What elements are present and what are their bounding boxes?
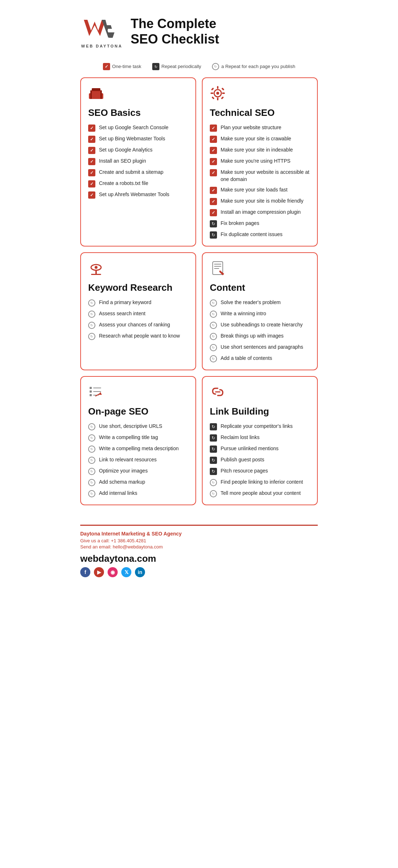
repeat-icon: ↻ bbox=[210, 446, 217, 453]
checklist-item: ↻ Use short, descriptive URLS bbox=[88, 423, 188, 430]
checklist-item: ✓ Make sure your site loads fast bbox=[210, 186, 310, 194]
footer-call: Give us a call: +1 386.405.4281 bbox=[80, 538, 318, 543]
card-title: Link Building bbox=[210, 406, 310, 417]
card-title: Technical SEO bbox=[210, 107, 310, 118]
legend-page-icon: ↻ bbox=[212, 63, 219, 70]
social-instagram-icon[interactable]: ◉ bbox=[108, 567, 118, 577]
footer-email: Send an email: hello@webdaytona.com bbox=[80, 544, 318, 550]
cards-grid: SEO Basics ✓ Set up Google Search Consol… bbox=[80, 77, 318, 505]
svg-rect-17 bbox=[221, 96, 224, 99]
checklist-item: ↻ Write a winning intro bbox=[210, 310, 310, 318]
repeat-icon: ↻ bbox=[210, 423, 217, 430]
checklist-item: ↻ Pursue unlinked mentions bbox=[210, 445, 310, 453]
card-on-page-seo: On-page SEO ↻ Use short, descriptive URL… bbox=[80, 376, 196, 505]
legend-repeat-icon: ↻ bbox=[152, 63, 159, 70]
svg-rect-13 bbox=[222, 92, 225, 94]
checklist-item: ✓ Make sure you're using HTTPS bbox=[210, 158, 310, 165]
svg-marker-0 bbox=[84, 20, 105, 36]
page-icon: ↻ bbox=[88, 434, 95, 442]
page-icon: ↻ bbox=[210, 490, 217, 497]
page-icon: ↻ bbox=[88, 479, 95, 486]
repeat-icon: ↻ bbox=[210, 231, 217, 239]
checklist-item: ↻ Add a table of contents bbox=[210, 355, 310, 362]
page-icon: ↻ bbox=[88, 333, 95, 340]
checklist: ↻ Find a primary keyword ↻ Assess search… bbox=[88, 299, 188, 340]
page-icon: ↻ bbox=[210, 355, 217, 362]
check-icon: ✓ bbox=[210, 125, 217, 132]
checklist: ✓ Set up Google Search Console ✓ Set up … bbox=[88, 124, 188, 199]
checklist-item: ↻ Research what people want to know bbox=[88, 333, 188, 340]
page-icon: ↻ bbox=[88, 457, 95, 464]
checklist-item: ↻ Add schema markup bbox=[88, 479, 188, 486]
social-icons: f▶◉𝕏in bbox=[80, 567, 318, 577]
checklist-item: ✓ Make sure your website is accessible a… bbox=[210, 169, 310, 183]
divider bbox=[80, 525, 318, 526]
check-icon: ✓ bbox=[88, 191, 95, 199]
svg-rect-6 bbox=[90, 90, 92, 99]
card-title: SEO Basics bbox=[88, 107, 188, 118]
card-icon-content bbox=[210, 260, 310, 279]
footer-agency: Daytona Internet Marketing & SEO Agency bbox=[80, 531, 318, 537]
svg-rect-23 bbox=[214, 264, 221, 265]
social-facebook-icon[interactable]: f bbox=[80, 567, 90, 577]
page-icon: ↻ bbox=[210, 344, 217, 351]
page-icon: ↻ bbox=[88, 468, 95, 475]
card-content: Content ↻ Solve the reader's problem ↻ W… bbox=[202, 252, 318, 370]
legend-check-icon: ✓ bbox=[103, 63, 110, 70]
svg-rect-11 bbox=[217, 98, 218, 100]
check-icon: ✓ bbox=[210, 158, 217, 165]
page-icon: ↻ bbox=[210, 333, 217, 340]
page-icon: ↻ bbox=[88, 423, 95, 430]
svg-rect-12 bbox=[211, 92, 213, 94]
social-youtube-icon[interactable]: ▶ bbox=[94, 567, 104, 577]
checklist-item: ↻ Optimize your images bbox=[88, 467, 188, 475]
svg-rect-14 bbox=[211, 87, 214, 90]
svg-point-19 bbox=[95, 266, 98, 269]
page-icon: ↻ bbox=[210, 322, 217, 329]
check-icon: ✓ bbox=[88, 147, 95, 154]
check-icon: ✓ bbox=[88, 136, 95, 143]
checklist-item: ↻ Replicate your competitor's links bbox=[210, 423, 310, 430]
social-linkedin-icon[interactable]: in bbox=[135, 567, 145, 577]
logo: WEB DAYTONA bbox=[80, 14, 123, 48]
checklist-item: ↻ Assess your chances of ranking bbox=[88, 321, 188, 329]
check-icon: ✓ bbox=[88, 180, 95, 187]
checklist-item: ✓ Set up Google Analytics bbox=[88, 146, 188, 154]
card-title: Keyword Research bbox=[88, 282, 188, 293]
svg-rect-21 bbox=[91, 274, 101, 275]
check-icon: ✓ bbox=[88, 125, 95, 132]
card-seo-basics: SEO Basics ✓ Set up Google Search Consol… bbox=[80, 77, 196, 247]
svg-rect-30 bbox=[93, 388, 101, 388]
card-icon-link-building bbox=[210, 384, 310, 403]
card-title: Content bbox=[210, 282, 310, 293]
legend-one-time: ✓ One-time task bbox=[103, 63, 141, 70]
card-keyword-research: Keyword Research ↻ Find a primary keywor… bbox=[80, 252, 196, 370]
checklist: ↻ Replicate your competitor's links ↻ Re… bbox=[210, 423, 310, 497]
checklist-item: ↻ Break things up with images bbox=[210, 333, 310, 340]
checklist-item: ✓ Install an SEO plugin bbox=[88, 158, 188, 165]
checklist-item: ↻ Find a primary keyword bbox=[88, 299, 188, 307]
footer: Daytona Internet Marketing & SEO Agency … bbox=[80, 514, 318, 583]
repeat-icon: ↻ bbox=[210, 457, 217, 464]
checklist-item: ✓ Set up Bing Webmaster Tools bbox=[88, 135, 188, 143]
svg-marker-34 bbox=[99, 392, 102, 395]
social-twitter-icon[interactable]: 𝕏 bbox=[121, 567, 131, 577]
checklist-item: ↻ Pitch resource pages bbox=[210, 467, 310, 475]
card-icon-seo-basics bbox=[88, 85, 188, 104]
checklist-item: ✓ Make sure your site is mobile friendly bbox=[210, 198, 310, 205]
check-icon: ✓ bbox=[88, 158, 95, 165]
svg-rect-10 bbox=[217, 86, 218, 89]
checklist-item: ↻ Link to relevant resources bbox=[88, 456, 188, 464]
svg-rect-29 bbox=[90, 394, 92, 396]
checklist-item: ↻ Publish guest posts bbox=[210, 456, 310, 464]
check-icon: ✓ bbox=[210, 136, 217, 143]
card-title: On-page SEO bbox=[88, 406, 188, 417]
footer-website: webdaytona.com bbox=[80, 553, 318, 564]
card-icon-keyword-research bbox=[88, 260, 188, 279]
check-icon: ✓ bbox=[210, 209, 217, 216]
card-technical-seo: Technical SEO ✓ Plan your website struct… bbox=[202, 77, 318, 247]
svg-point-9 bbox=[216, 92, 219, 95]
checklist-item: ✓ Create a robots.txt file bbox=[88, 180, 188, 187]
check-icon: ✓ bbox=[210, 187, 217, 194]
checklist-item: ✓ Plan your website structure bbox=[210, 124, 310, 132]
